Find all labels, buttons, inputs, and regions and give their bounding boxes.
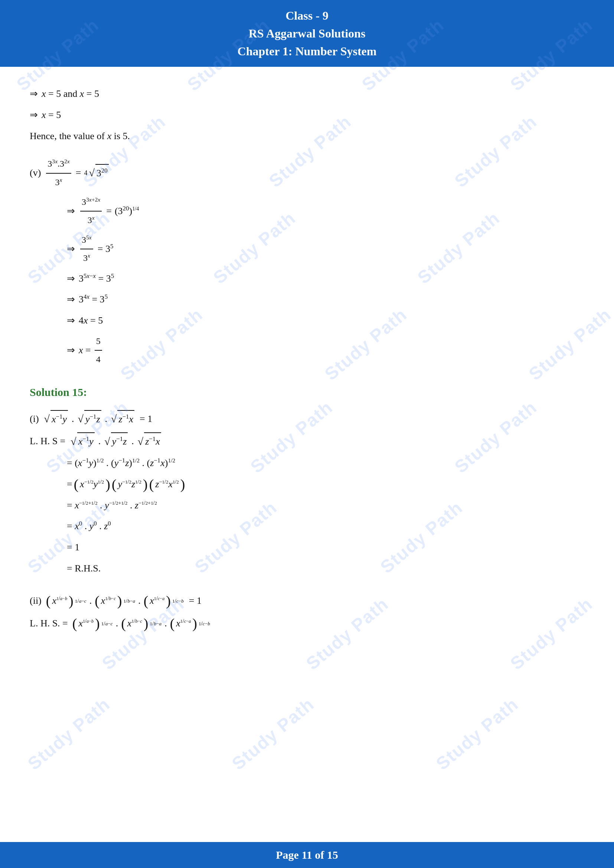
ii-lhs-close-3: ) xyxy=(192,616,197,631)
arrow-1: ⇒ xyxy=(30,85,38,103)
ii-lhs-open-2: ( xyxy=(121,616,126,631)
sqrt-z-inv-x: √ z−1x xyxy=(111,410,134,428)
3-4x-eq-5: 34x = 35 xyxy=(79,291,108,308)
4x-eq-5: 4x = 5 xyxy=(79,312,103,330)
step-v-1: ⇒ 33x+2x 3x = (320)1/4 xyxy=(67,194,584,228)
arrow-v4: ⇒ xyxy=(67,291,75,308)
lhs-label-ii: L. H. S. = xyxy=(30,615,68,632)
close-paren-2: ) xyxy=(143,477,148,491)
sqrt-x-inv-y: √ x−1y xyxy=(44,410,68,428)
320-quarter: (320)1/4 xyxy=(115,203,139,220)
x5-final: x = 5 xyxy=(42,107,61,124)
page-footer: Page 11 of 15 xyxy=(0,842,614,868)
hence-text: Hence, the value of x is 5. xyxy=(30,128,130,145)
ii-lhs-close-2: ) xyxy=(144,616,149,631)
step-v-6: ⇒ x = 5 4 xyxy=(67,333,584,367)
watermark-24: Study Path xyxy=(228,694,318,774)
ii-close-3: ) xyxy=(166,594,171,608)
part-ii-label: (ii) xyxy=(30,592,42,610)
ii-lhs-open-1: ( xyxy=(72,616,77,631)
rhs-label-i: = R.H.S. xyxy=(67,560,101,577)
line-x5-and-x5: ⇒ x = 5 and x = 5 xyxy=(30,85,584,103)
lhs-step-i-5: = x0 . y0 . z0 xyxy=(67,518,584,535)
lhs-step-i-6: = 1 xyxy=(67,539,584,556)
lhs-sqrt1: √ x−1y xyxy=(71,432,94,451)
step-v-4: ⇒ 34x = 35 xyxy=(67,291,584,308)
step-v-3: ⇒ 35x−x = 35 xyxy=(67,270,584,288)
lhs-step-i-7: = R.H.S. xyxy=(67,560,584,577)
frac-5-4: 5 4 xyxy=(95,333,102,367)
open-paren-2: ( xyxy=(112,477,116,491)
solution-15-heading: Solution 15: xyxy=(30,382,584,402)
arrow-2: ⇒ xyxy=(30,107,38,124)
part-ii-statement: (ii) ( x1/a−b ) 1/a−c . ( x1/b−c ) 1/b−a… xyxy=(30,592,584,610)
ii-open-2: ( xyxy=(95,594,99,608)
frac-3-3x2x: 33x+2x 3x xyxy=(80,194,102,228)
hence-line: Hence, the value of x is 5. xyxy=(30,128,584,145)
arrow-v1: ⇒ xyxy=(67,203,75,220)
page-header: Class - 9 RS Aggarwal Solutions Chapter … xyxy=(0,0,614,67)
watermark-25: Study Path xyxy=(432,694,522,774)
arrow-v2: ⇒ xyxy=(67,240,75,258)
3-5x-minus-x: 35x−x = 35 xyxy=(79,270,114,288)
lhs-step-i-3: = ( x−1/2y1/2 ) ( y−1/2z1/2 ) ( z−1/2x1/… xyxy=(67,476,584,493)
part-ii-lhs: L. H. S. = ( x1/a−b ) 1/a−c . ( x1/b−c )… xyxy=(30,615,584,632)
ii-close-1: ) xyxy=(69,594,73,608)
arrow-v3: ⇒ xyxy=(67,270,75,288)
lhs-label-i: L. H. S = xyxy=(30,433,65,450)
close-paren-1: ) xyxy=(105,477,110,491)
equals-sign-1: = xyxy=(76,164,81,182)
lhs-line-i-1: L. H. S = √ x−1y . √ y−1z . √ z−1x xyxy=(30,432,584,451)
frac-3x-3-2x-over-3x: 33x.32x 3x xyxy=(46,156,71,190)
x-eq-frac: x = xyxy=(79,342,91,359)
part-i-statement: (i) √ x−1y . √ y−1z . √ z−1x = 1 xyxy=(30,410,584,428)
close-paren-3: ) xyxy=(180,477,185,491)
x5-text: x = 5 and x = 5 xyxy=(42,85,99,103)
lhs-sqrt3: √ z−1x xyxy=(138,432,161,451)
ii-open-3: ( xyxy=(144,594,149,608)
step-v-2: ⇒ 35x 3x = 35 xyxy=(67,232,584,266)
part-v-block: (v) 33x.32x 3x = 4 √ 320 ⇒ 33x+2x 3x = (… xyxy=(30,156,584,367)
header-line3: Chapter 1: Number System xyxy=(4,42,610,60)
frac-3-5x: 35x 3x xyxy=(80,232,93,266)
open-paren-3: ( xyxy=(149,477,154,491)
lhs-step-i-2: = (x−1y)1/2 . (y−1z)1/2 . (z−1x)1/2 xyxy=(67,454,584,472)
ii-close-2: ) xyxy=(117,594,122,608)
lhs-sqrt2: √ y−1z xyxy=(104,432,128,451)
part-v-equation: (v) 33x.32x 3x = 4 √ 320 xyxy=(30,156,584,190)
eq-v1: = xyxy=(106,203,112,220)
part-v-label: (v) xyxy=(30,164,41,182)
part-i-label: (i) xyxy=(30,411,39,428)
eq-v2: = 35 xyxy=(98,240,113,258)
arrow-v6: ⇒ xyxy=(67,342,75,359)
page-number: Page 11 of 15 xyxy=(276,849,338,861)
fourth-root-index: 4 xyxy=(84,167,87,179)
arrow-v5: ⇒ xyxy=(67,312,75,330)
ii-open-1: ( xyxy=(46,594,51,608)
fourth-root: √ 320 xyxy=(89,164,109,182)
line-x5: ⇒ x = 5 xyxy=(30,107,584,124)
sqrt-y-inv-z: √ y−1z xyxy=(78,410,101,428)
ii-lhs-close-1: ) xyxy=(95,616,100,631)
watermark-23: Study Path xyxy=(24,694,114,774)
ii-lhs-open-3: ( xyxy=(170,616,175,631)
main-content: ⇒ x = 5 and x = 5 ⇒ x = 5 Hence, the val… xyxy=(0,67,614,674)
header-line1: Class - 9 xyxy=(4,7,610,25)
step-v-5: ⇒ 4x = 5 xyxy=(67,312,584,330)
header-line2: RS Aggarwal Solutions xyxy=(4,25,610,42)
lhs-step-i-4: = x−1/2+1/2 . y−1/2+1/2 . z−1/2+1/2 xyxy=(67,497,584,515)
open-paren-1: ( xyxy=(74,477,79,491)
